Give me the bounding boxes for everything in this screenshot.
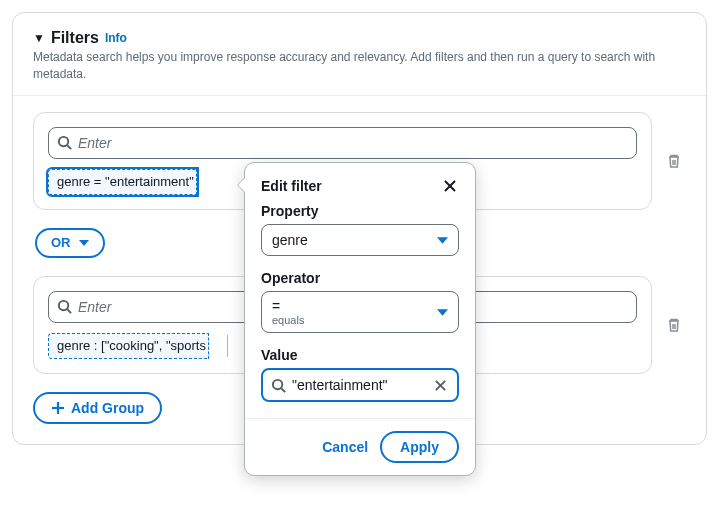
operator-stack: = equals <box>272 298 304 326</box>
add-group-button[interactable]: Add Group <box>33 392 162 424</box>
filter-chip[interactable]: genre : ["cooking", "sports <box>48 333 209 359</box>
svg-point-8 <box>273 379 282 388</box>
svg-line-1 <box>67 145 71 149</box>
search-icon <box>271 378 286 393</box>
cancel-button[interactable]: Cancel <box>322 439 368 455</box>
value-text: "entertainment" <box>292 377 426 393</box>
svg-point-2 <box>59 301 68 310</box>
or-connector-button[interactable]: OR <box>35 228 105 258</box>
search-icon <box>57 299 72 314</box>
caret-down-icon <box>437 307 448 318</box>
caret-down-icon <box>437 235 448 246</box>
svg-line-3 <box>67 309 71 313</box>
operator-label: Operator <box>261 270 459 286</box>
collapse-caret-icon[interactable]: ▼ <box>33 31 45 45</box>
filter-search-input[interactable]: Enter <box>48 127 637 159</box>
add-group-label: Add Group <box>71 400 144 416</box>
divider <box>13 95 706 96</box>
delete-group-button[interactable] <box>662 149 686 173</box>
value-input[interactable]: "entertainment" <box>261 368 459 402</box>
property-label: Property <box>261 203 459 219</box>
panel-header: ▼ Filters Info <box>33 29 686 47</box>
panel-title: Filters <box>51 29 99 47</box>
operator-select[interactable]: = equals <box>261 291 459 333</box>
popover-title: Edit filter <box>261 178 322 194</box>
edit-filter-popover: Edit filter Property genre Operator = eq… <box>244 162 476 476</box>
search-placeholder: Enter <box>78 135 628 151</box>
plus-icon <box>51 401 65 415</box>
svg-point-0 <box>59 137 68 146</box>
search-icon <box>57 135 72 150</box>
property-value: genre <box>272 232 308 248</box>
clear-value-button[interactable] <box>432 377 449 394</box>
popover-body: Edit filter Property genre Operator = eq… <box>245 163 475 418</box>
or-label: OR <box>51 235 71 250</box>
trash-icon <box>666 153 682 169</box>
popover-footer: Cancel Apply <box>245 418 475 475</box>
trash-icon <box>666 317 682 333</box>
close-button[interactable] <box>441 177 459 195</box>
panel-description: Metadata search helps you improve respon… <box>33 49 686 83</box>
info-link[interactable]: Info <box>105 31 127 45</box>
delete-group-button[interactable] <box>662 313 686 337</box>
chip-label: genre : ["cooking", "sports <box>57 338 206 353</box>
popover-header: Edit filter <box>261 177 459 195</box>
svg-line-9 <box>281 388 285 392</box>
operator-name: equals <box>272 315 304 326</box>
property-select[interactable]: genre <box>261 224 459 256</box>
filter-chip[interactable]: genre = "entertainment" <box>48 169 197 195</box>
popover-arrow <box>237 177 245 193</box>
chip-separator <box>227 335 228 357</box>
close-icon <box>434 379 447 392</box>
close-icon <box>443 179 457 193</box>
caret-down-icon <box>79 238 89 248</box>
chip-label: genre = "entertainment" <box>57 174 194 189</box>
operator-symbol: = <box>272 298 304 314</box>
apply-button[interactable]: Apply <box>380 431 459 463</box>
value-label: Value <box>261 347 459 363</box>
